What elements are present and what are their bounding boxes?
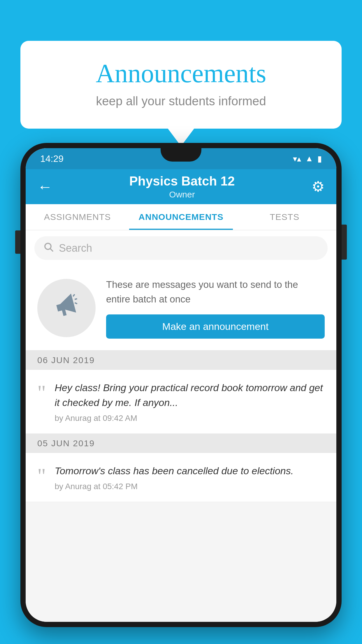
status-bar: 14:29 ▾▴ ▲ ▮ xyxy=(26,148,336,169)
speech-bubble-subtitle: keep all your students informed xyxy=(44,94,318,108)
phone-wrapper: 14:29 ▾▴ ▲ ▮ ← Physics Batch 12 Owner ⚙ xyxy=(20,143,342,644)
svg-line-1 xyxy=(50,249,53,251)
back-button[interactable]: ← xyxy=(37,178,52,195)
app-header: ← Physics Batch 12 Owner ⚙ xyxy=(26,169,336,204)
announcement-meta-2: by Anurag at 05:42 PM xyxy=(55,482,325,491)
notch xyxy=(161,148,201,162)
speech-bubble: Announcements keep all your students inf… xyxy=(20,41,342,129)
phone-outer: 14:29 ▾▴ ▲ ▮ ← Physics Batch 12 Owner ⚙ xyxy=(20,143,342,627)
promo-description: These are messages you want to send to t… xyxy=(106,277,325,306)
svg-line-2 xyxy=(73,294,75,296)
date-separator-1: 06 JUN 2019 xyxy=(26,351,336,370)
battery-icon: ▮ xyxy=(317,154,322,164)
speech-bubble-title: Announcements xyxy=(44,58,318,88)
announcement-item-2[interactable]: " Tomorrow's class has been cancelled du… xyxy=(26,453,336,502)
megaphone-icon xyxy=(50,289,83,327)
quote-icon-1: " xyxy=(37,382,46,403)
header-center: Physics Batch 12 Owner xyxy=(129,174,235,200)
search-container: Search xyxy=(26,230,336,266)
announcement-text-2: Tomorrow's class has been cancelled due … xyxy=(55,463,325,491)
phone-screen: 14:29 ▾▴ ▲ ▮ ← Physics Batch 12 Owner ⚙ xyxy=(26,148,336,622)
tab-tests[interactable]: TESTS xyxy=(233,204,336,230)
tab-assignments[interactable]: ASSIGNMENTS xyxy=(26,204,129,230)
make-announcement-button[interactable]: Make an announcement xyxy=(106,314,325,339)
tab-bar: ASSIGNMENTS ANNOUNCEMENTS TESTS xyxy=(26,204,336,230)
wifi-icon: ▾▴ xyxy=(293,154,301,164)
announcement-item-1[interactable]: " Hey class! Bring your practical record… xyxy=(26,370,336,434)
tab-announcements[interactable]: ANNOUNCEMENTS xyxy=(129,204,233,230)
status-icons: ▾▴ ▲ ▮ xyxy=(293,154,322,164)
status-time: 14:29 xyxy=(40,153,64,164)
svg-line-4 xyxy=(75,302,77,304)
announcement-message-1: Hey class! Bring your practical record b… xyxy=(55,380,325,410)
content-area: Search xyxy=(26,230,336,622)
promo-card: These are messages you want to send to t… xyxy=(26,266,336,351)
announcement-text-1: Hey class! Bring your practical record b… xyxy=(55,380,325,423)
header-subtitle: Owner xyxy=(129,190,235,200)
header-title: Physics Batch 12 xyxy=(129,174,235,188)
announcement-message-2: Tomorrow's class has been cancelled due … xyxy=(55,463,325,478)
promo-text-area: These are messages you want to send to t… xyxy=(106,277,325,339)
search-placeholder: Search xyxy=(59,242,92,254)
date-label-2: 05 JUN 2019 xyxy=(37,438,95,448)
signal-icon: ▲ xyxy=(305,154,313,163)
search-icon xyxy=(43,242,54,255)
svg-line-3 xyxy=(75,299,77,299)
date-separator-2: 05 JUN 2019 xyxy=(26,434,336,453)
quote-icon-2: " xyxy=(37,465,46,486)
announcement-meta-1: by Anurag at 09:42 AM xyxy=(55,414,325,423)
speech-bubble-wrapper: Announcements keep all your students inf… xyxy=(20,41,342,146)
promo-icon-circle xyxy=(37,279,96,337)
date-label-1: 06 JUN 2019 xyxy=(37,355,95,365)
phone-inner: 14:29 ▾▴ ▲ ▮ ← Physics Batch 12 Owner ⚙ xyxy=(26,148,336,622)
gear-icon[interactable]: ⚙ xyxy=(312,178,325,195)
search-bar[interactable]: Search xyxy=(34,236,328,260)
